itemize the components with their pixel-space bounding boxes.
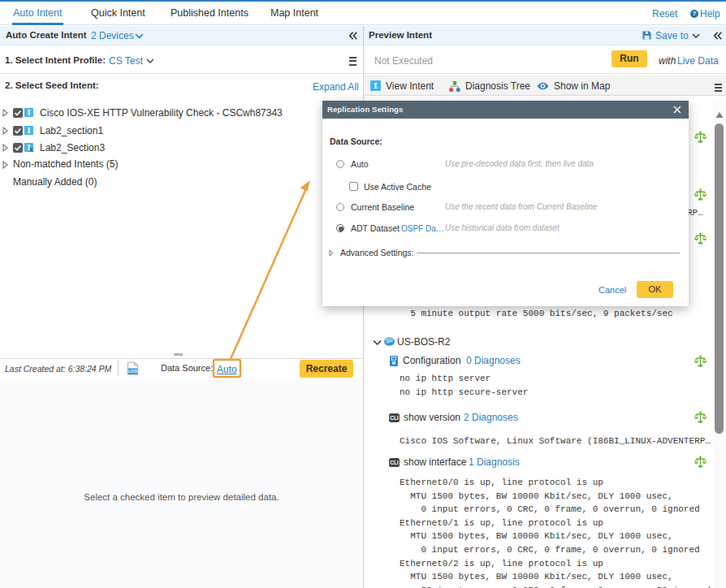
svg-text:LOG: LOG: [127, 369, 137, 374]
